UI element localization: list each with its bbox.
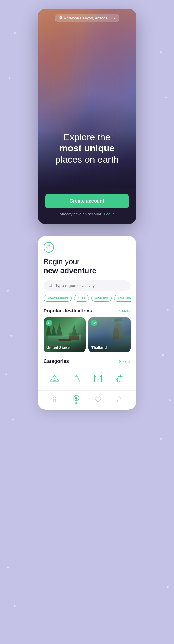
home-icon bbox=[51, 396, 58, 403]
svg-rect-12 bbox=[100, 377, 102, 382]
castle-icon bbox=[92, 372, 104, 384]
thailand-label: Thailand bbox=[91, 345, 107, 350]
hashtag-usa[interactable]: #usa bbox=[74, 295, 89, 302]
categories-section: Categories See all bbox=[38, 358, 136, 387]
categories-header: Categories See all bbox=[44, 358, 130, 364]
nav-explore[interactable] bbox=[73, 395, 80, 404]
search-icon bbox=[48, 283, 53, 288]
categories-title: Categories bbox=[44, 358, 69, 364]
create-account-button[interactable]: Create account bbox=[45, 194, 129, 208]
explore-icon bbox=[73, 395, 80, 402]
categories-see-all[interactable]: See all bbox=[119, 359, 130, 364]
search-input[interactable] bbox=[55, 283, 126, 288]
popular-section-header: Popular destinations See all bbox=[44, 308, 130, 314]
tent-icon bbox=[48, 372, 61, 384]
hashtag-iceland[interactable]: #iceland bbox=[91, 295, 112, 302]
heart-icon bbox=[95, 396, 102, 403]
location-icon bbox=[59, 16, 63, 20]
location-pill: Antelope Canyon, Arizona, US bbox=[55, 14, 119, 22]
ruins-icon bbox=[70, 372, 83, 384]
hero-line1: Explore the bbox=[44, 132, 130, 143]
svg-rect-15 bbox=[100, 375, 102, 377]
popular-title: Popular destinations bbox=[44, 308, 92, 314]
svg-point-20 bbox=[116, 379, 118, 380]
svg-line-19 bbox=[120, 377, 120, 382]
hero-text: Explore the most unique places on earth bbox=[38, 132, 136, 165]
profile-icon bbox=[116, 396, 123, 403]
destination-thailand[interactable]: 12 Thailand bbox=[88, 317, 130, 352]
location-text: Antelope Canyon, Arizona, US bbox=[64, 16, 115, 20]
nav-profile[interactable] bbox=[116, 396, 123, 403]
nav-active-dot bbox=[75, 402, 77, 404]
hero-bottom: Create account Already have an account? … bbox=[38, 188, 136, 224]
explore-inner: Begin your new adventure #newzealand #us… bbox=[38, 236, 136, 352]
destinations-row: 47 United States 12 Thaila bbox=[44, 317, 130, 352]
hashtag-newzealand[interactable]: #newzealand bbox=[44, 295, 72, 302]
hero-card: Antelope Canyon, Arizona, US Explore the… bbox=[38, 9, 136, 224]
bottom-nav bbox=[38, 390, 136, 410]
category-castle[interactable] bbox=[89, 369, 107, 387]
svg-rect-13 bbox=[96, 378, 100, 382]
begin-bold: new adventure bbox=[44, 266, 96, 275]
category-beach[interactable] bbox=[111, 369, 128, 387]
nav-favorites[interactable] bbox=[95, 396, 102, 403]
beach-icon bbox=[113, 372, 126, 384]
svg-point-28 bbox=[119, 397, 121, 399]
svg-rect-11 bbox=[94, 377, 96, 382]
svg-rect-6 bbox=[75, 376, 78, 378]
hero-line2: most unique bbox=[44, 143, 130, 154]
nav-home[interactable] bbox=[51, 396, 58, 403]
usa-label: United States bbox=[46, 345, 70, 350]
svg-rect-5 bbox=[74, 378, 78, 380]
svg-rect-16 bbox=[97, 380, 99, 382]
popular-see-all[interactable]: See all bbox=[119, 309, 130, 313]
login-prompt: Already have an account? Log in bbox=[45, 212, 129, 216]
svg-rect-14 bbox=[94, 375, 96, 377]
leaf-icon-circle bbox=[44, 242, 54, 253]
destination-usa[interactable]: 47 United States bbox=[44, 317, 86, 352]
begin-line1: Begin your bbox=[44, 257, 79, 266]
svg-point-0 bbox=[49, 284, 52, 287]
leaf-icon bbox=[46, 245, 51, 250]
search-bar[interactable] bbox=[44, 280, 130, 291]
hero-image-area: Antelope Canyon, Arizona, US Explore the… bbox=[38, 9, 136, 188]
login-link[interactable]: Log in bbox=[104, 212, 114, 216]
category-camping[interactable] bbox=[46, 369, 63, 387]
explore-card: Begin your new adventure #newzealand #us… bbox=[38, 236, 136, 410]
login-prompt-text: Already have an account? bbox=[59, 212, 103, 216]
hashtags-row: #newzealand #usa #iceland #thailand bbox=[44, 295, 130, 302]
hero-line3: places on earth bbox=[44, 154, 130, 165]
svg-rect-4 bbox=[73, 380, 79, 382]
category-ruins[interactable] bbox=[68, 369, 85, 387]
begin-title: Begin your new adventure bbox=[44, 257, 130, 275]
categories-icons bbox=[44, 369, 130, 387]
hashtag-thailand[interactable]: #thailand bbox=[114, 295, 130, 302]
